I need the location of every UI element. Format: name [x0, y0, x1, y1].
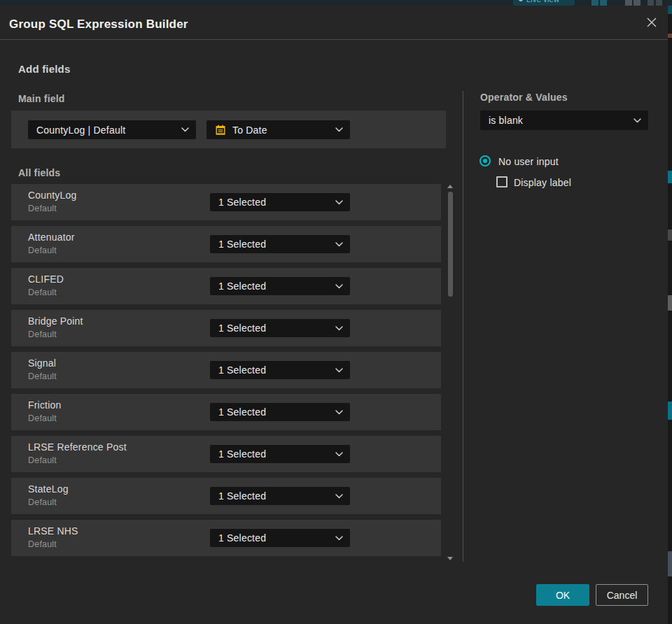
selected-count-dropdown[interactable]: 1 Selected	[210, 403, 350, 421]
background-fragment	[668, 402, 672, 420]
dropdown-value: CountyLog | Default	[36, 125, 176, 136]
field-name: Attenuator	[28, 232, 75, 243]
main-field-label: Main field	[18, 93, 65, 104]
toolbar-fragment	[648, 0, 654, 6]
dropdown-value: To Date	[232, 125, 330, 136]
field-row: LRSE NHS Default 1 Selected	[11, 520, 441, 556]
all-fields-label: All fields	[18, 167, 60, 178]
field-row: CountyLog Default 1 Selected	[11, 184, 441, 220]
dropdown-value: is blank	[489, 115, 628, 126]
no-user-input-label: No user input	[498, 156, 559, 167]
live-view-button[interactable]: Live view	[513, 0, 575, 6]
field-name: LRSE Reference Post	[28, 441, 127, 453]
chevron-down-icon	[335, 242, 343, 247]
field-row: LRSE Reference Post Default 1 Selected	[11, 436, 441, 472]
background-fragment	[668, 551, 672, 576]
field-name: StateLog	[28, 483, 69, 495]
toolbar-fragment	[634, 0, 640, 6]
dropdown-value: 1 Selected	[218, 364, 330, 376]
dialog-title: Group SQL Expression Builder	[9, 17, 188, 31]
dropdown-value: 1 Selected	[218, 281, 330, 292]
display-label-label: Display label	[514, 177, 571, 188]
dropdown-value: 1 Selected	[218, 448, 330, 460]
toolbar-fragment	[592, 0, 598, 6]
close-button[interactable]	[643, 14, 660, 31]
field-name: Friction	[28, 399, 62, 411]
chevron-down-icon	[335, 284, 343, 289]
chevron-down-icon	[335, 200, 343, 205]
field-list: CountyLog Default 1 Selected Attenuator …	[11, 184, 441, 556]
ok-button[interactable]: OK	[536, 584, 589, 606]
group-sql-expression-builder-dialog: Group SQL Expression Builder Add fields …	[0, 6, 668, 624]
selected-count-dropdown[interactable]: 1 Selected	[210, 529, 350, 547]
field-name: LRSE NHS	[28, 525, 78, 537]
field-subtitle: Default	[28, 288, 57, 297]
dropdown-value: 1 Selected	[218, 532, 330, 544]
field-name: Signal	[28, 357, 56, 369]
dropdown-value: 1 Selected	[218, 406, 330, 418]
close-icon	[646, 17, 657, 28]
operator-values-label: Operator & Values	[480, 92, 568, 103]
date-field-icon	[215, 125, 226, 136]
live-view-label: Live view	[526, 0, 559, 3]
field-row: Attenuator Default 1 Selected	[11, 226, 441, 262]
field-name: Bridge Point	[28, 315, 83, 327]
field-row: StateLog Default 1 Selected	[11, 478, 441, 514]
panel-divider	[463, 91, 463, 562]
background-fragment	[668, 6, 672, 14]
field-subtitle: Default	[28, 204, 57, 213]
cancel-button[interactable]: Cancel	[596, 584, 648, 606]
chevron-down-icon	[335, 326, 343, 331]
chevron-down-icon	[335, 494, 343, 499]
field-row: Friction Default 1 Selected	[11, 394, 441, 430]
radio-selected-dot	[483, 159, 487, 163]
field-name: CountyLog	[28, 190, 77, 201]
dropdown-value: 1 Selected	[218, 490, 330, 502]
selected-count-dropdown[interactable]: 1 Selected	[210, 193, 350, 211]
background-fragment	[668, 34, 672, 38]
field-subtitle: Default	[28, 497, 57, 507]
chevron-down-icon	[335, 368, 343, 373]
selected-count-dropdown[interactable]: 1 Selected	[210, 361, 350, 379]
field-attribute-dropdown[interactable]: To Date	[206, 120, 350, 139]
section-heading-add-fields: Add fields	[18, 63, 71, 75]
field-source-dropdown[interactable]: CountyLog | Default	[28, 120, 196, 139]
scrollbar-up-arrow-icon[interactable]	[447, 185, 453, 188]
field-subtitle: Default	[28, 455, 57, 465]
header-divider	[0, 39, 668, 40]
field-subtitle: Default	[28, 329, 57, 339]
toolbar-fragment	[656, 0, 662, 6]
no-user-input-radio[interactable]	[479, 155, 491, 166]
background-fragment	[668, 171, 672, 183]
chevron-down-icon	[335, 536, 343, 541]
chevron-down-icon	[335, 127, 343, 132]
selected-count-dropdown[interactable]: 1 Selected	[210, 487, 350, 505]
toolbar-fragment	[625, 0, 632, 6]
dropdown-value: 1 Selected	[218, 239, 330, 250]
dropdown-value: 1 Selected	[218, 322, 330, 334]
chevron-down-icon	[335, 410, 343, 415]
field-row: Signal Default 1 Selected	[11, 352, 441, 388]
background-toolbar-strip: Live view	[0, 0, 672, 6]
scrollbar-down-arrow-icon[interactable]	[447, 557, 453, 560]
dropdown-value: 1 Selected	[218, 197, 330, 208]
chevron-down-icon	[181, 127, 189, 132]
field-name: CLIFED	[28, 274, 64, 285]
screen: Live view Group SQL Expression Builder A…	[0, 0, 672, 624]
chevron-down-icon	[634, 118, 641, 123]
background-right-strip	[668, 6, 672, 624]
chevron-down-icon	[335, 452, 343, 457]
selected-count-dropdown[interactable]: 1 Selected	[210, 319, 350, 337]
selected-count-dropdown[interactable]: 1 Selected	[210, 445, 350, 463]
scrollbar-thumb[interactable]	[448, 192, 453, 297]
operator-dropdown[interactable]: is blank	[480, 111, 648, 130]
display-label-checkbox[interactable]	[496, 176, 507, 187]
field-subtitle: Default	[28, 246, 57, 255]
background-fragment	[668, 229, 672, 241]
selected-count-dropdown[interactable]: 1 Selected	[210, 235, 350, 253]
field-subtitle: Default	[28, 539, 57, 549]
live-view-dot-icon	[519, 0, 523, 1]
selected-count-dropdown[interactable]: 1 Selected	[210, 277, 350, 295]
field-subtitle: Default	[28, 413, 57, 423]
field-row: Bridge Point Default 1 Selected	[11, 310, 441, 346]
